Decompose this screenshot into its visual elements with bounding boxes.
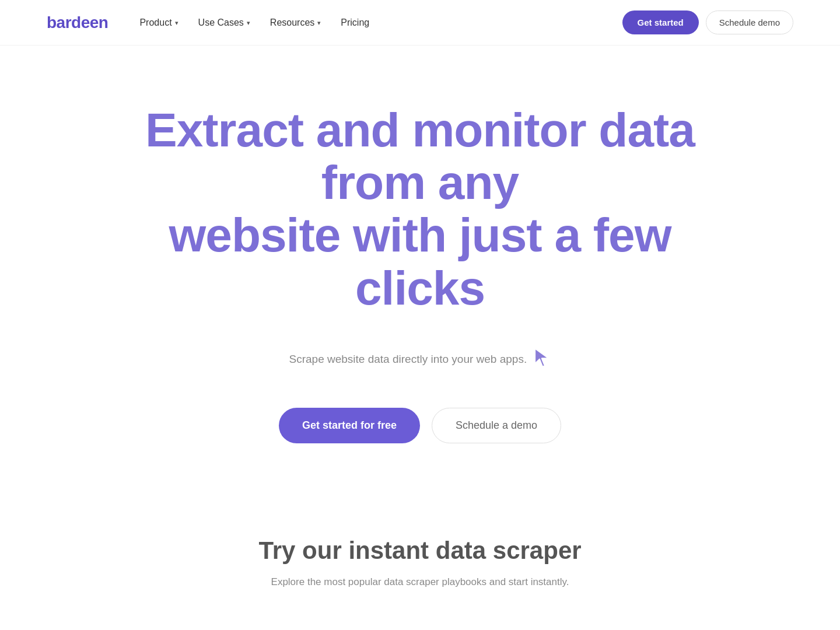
hero-title-line1: Extract and monitor data from any — [145, 103, 695, 209]
hero-buttons: Get started for free Schedule a demo — [279, 408, 561, 443]
chevron-down-icon: ▾ — [175, 19, 178, 27]
hero-section: Extract and monitor data from any websit… — [0, 46, 840, 490]
nav-use-cases-label: Use Cases — [198, 18, 244, 28]
get-started-free-button[interactable]: Get started for free — [279, 408, 420, 443]
nav-pricing-label: Pricing — [341, 18, 369, 28]
chevron-down-icon: ▾ — [247, 19, 250, 27]
section-subtitle: Explore the most popular data scraper pl… — [271, 576, 569, 588]
nav-item-resources[interactable]: Resources ▾ — [262, 13, 329, 33]
nav-get-started-button[interactable]: Get started — [622, 10, 699, 34]
schedule-demo-button[interactable]: Schedule a demo — [432, 408, 561, 443]
hero-title: Extract and monitor data from any websit… — [99, 104, 741, 314]
nav-links: Product ▾ Use Cases ▾ Resources ▾ Pricin… — [131, 13, 377, 33]
hero-subtitle-area: Scrape website data directly into your w… — [289, 314, 551, 400]
chevron-down-icon: ▾ — [317, 19, 321, 27]
hero-subtitle: Scrape website data directly into your w… — [289, 349, 551, 370]
nav-item-product[interactable]: Product ▾ — [131, 13, 186, 33]
nav-item-pricing[interactable]: Pricing — [332, 13, 377, 33]
nav-product-label: Product — [139, 18, 172, 28]
nav-right: Get started Schedule demo — [622, 10, 793, 34]
section-title: Try our instant data scraper — [258, 537, 581, 565]
nav-schedule-demo-button[interactable]: Schedule demo — [706, 10, 793, 34]
navbar: bardeen Product ▾ Use Cases ▾ Resources … — [0, 0, 840, 46]
brand-logo[interactable]: bardeen — [47, 13, 108, 32]
scraper-section: Try our instant data scraper Explore the… — [0, 490, 840, 623]
nav-left: bardeen Product ▾ Use Cases ▾ Resources … — [47, 13, 377, 33]
hero-title-line2: website with just a few clicks — [169, 208, 671, 314]
nav-item-use-cases[interactable]: Use Cases ▾ — [190, 13, 258, 33]
nav-resources-label: Resources — [270, 18, 314, 28]
cursor-icon — [532, 347, 553, 368]
